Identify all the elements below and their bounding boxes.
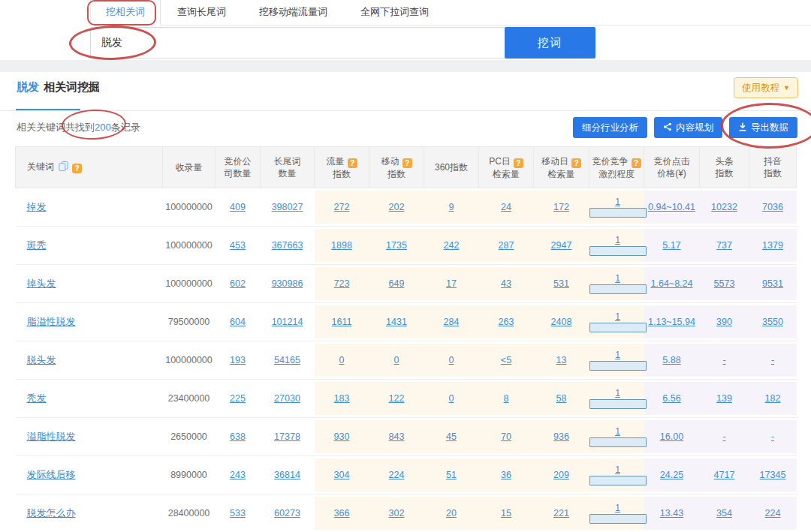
traffic-index-link[interactable]: 272 <box>334 202 350 212</box>
pc-daily-search-link[interactable]: 287 <box>499 240 514 251</box>
bid-click-price-link[interactable]: 5.88 <box>662 355 680 365</box>
content-planning-button[interactable]: 内容规划 <box>654 117 722 138</box>
bid-click-price-link[interactable]: 16.00 <box>660 431 683 442</box>
competition-value-link[interactable]: 1 <box>589 273 647 284</box>
tab-longtail-words[interactable]: 查询长尾词 <box>161 0 243 25</box>
longtail-count-link[interactable]: 60273 <box>274 508 300 518</box>
keyword-link[interactable]: 发际线后移 <box>27 469 76 480</box>
keyword-link[interactable]: 溢脂性脱发 <box>27 431 76 442</box>
keyword-link[interactable]: 脂溢性脱发 <box>27 316 76 327</box>
help-icon[interactable]: ? <box>72 164 82 173</box>
longtail-count-link[interactable]: 27030 <box>274 393 300 404</box>
bid-companies-link[interactable]: 243 <box>230 470 246 480</box>
toutiao-index-link[interactable]: 139 <box>716 393 732 404</box>
douyin-index-link[interactable]: - <box>771 355 774 365</box>
douyin-index-link[interactable]: 1379 <box>762 240 783 251</box>
bid-click-price-link[interactable]: 5.17 <box>662 240 680 251</box>
bid-click-price-link[interactable]: 24.25 <box>660 470 683 480</box>
export-data-button[interactable]: 导出数据 <box>729 117 797 138</box>
longtail-count-link[interactable]: 367663 <box>272 240 303 251</box>
mobile-daily-search-link[interactable]: 209 <box>553 470 569 480</box>
toutiao-index-link[interactable]: 4717 <box>714 470 735 480</box>
toutiao-index-link[interactable]: - <box>722 355 725 365</box>
keyword-link[interactable]: 秃发 <box>27 392 47 404</box>
360-index-link[interactable]: 17 <box>446 278 457 289</box>
mobile-daily-search-link[interactable]: 58 <box>556 393 567 404</box>
toutiao-index-link[interactable]: 10232 <box>711 202 737 212</box>
copy-icon[interactable] <box>58 161 69 175</box>
mobile-index-link[interactable]: 302 <box>389 508 405 518</box>
mobile-index-link[interactable]: 1735 <box>386 240 407 251</box>
help-icon[interactable]: ? <box>348 158 357 168</box>
mobile-daily-search-link[interactable]: 221 <box>553 508 569 518</box>
pc-daily-search-link[interactable]: 24 <box>501 202 511 212</box>
mobile-daily-search-link[interactable]: 936 <box>553 431 569 442</box>
360-index-link[interactable]: 51 <box>446 470 457 480</box>
help-icon[interactable]: ? <box>571 158 581 168</box>
douyin-index-link[interactable]: 224 <box>765 508 781 518</box>
toutiao-index-link[interactable]: - <box>722 431 725 442</box>
tab-related-words[interactable]: 挖相关词 <box>90 0 161 26</box>
keyword-link[interactable]: 掉发 <box>27 201 47 212</box>
longtail-count-link[interactable]: 101214 <box>272 317 303 327</box>
tab-dropdown-words[interactable]: 全网下拉词查询 <box>344 0 445 25</box>
360-index-link[interactable]: 9 <box>449 202 454 212</box>
longtail-count-link[interactable]: 54165 <box>274 355 300 365</box>
longtail-count-link[interactable]: 398027 <box>272 202 303 212</box>
mobile-index-link[interactable]: 202 <box>389 202 405 212</box>
help-icon[interactable]: ? <box>514 158 523 168</box>
pc-daily-search-link[interactable]: <5 <box>501 355 511 365</box>
360-index-link[interactable]: 0 <box>449 393 454 404</box>
tab-mobile-traffic-words[interactable]: 挖移动端流量词 <box>243 0 344 25</box>
keyword-link[interactable]: 斑秃 <box>27 239 47 251</box>
competition-value-link[interactable]: 1 <box>589 350 647 360</box>
bid-companies-link[interactable]: 604 <box>230 317 246 327</box>
mobile-index-link[interactable]: 0 <box>394 355 399 365</box>
mobile-daily-search-link[interactable]: 172 <box>553 202 569 212</box>
mobile-index-link[interactable]: 649 <box>389 278 405 289</box>
toutiao-index-link[interactable]: 354 <box>716 508 732 518</box>
360-index-link[interactable]: 242 <box>444 240 460 251</box>
mobile-daily-search-link[interactable]: 531 <box>553 278 569 289</box>
competition-value-link[interactable]: 1 <box>589 388 647 398</box>
keyword-link[interactable]: 脱发怎么办 <box>27 507 76 518</box>
traffic-index-link[interactable]: 304 <box>334 470 350 480</box>
douyin-index-link[interactable]: 7036 <box>762 202 783 212</box>
keyword-link[interactable]: 脱头发 <box>27 354 56 365</box>
longtail-count-link[interactable]: 930986 <box>272 278 303 289</box>
traffic-index-link[interactable]: 1898 <box>331 240 352 251</box>
pc-daily-search-link[interactable]: 70 <box>501 431 511 442</box>
douyin-index-link[interactable]: 17345 <box>760 470 786 480</box>
douyin-index-link[interactable]: 3550 <box>762 317 783 327</box>
keyword-search-input[interactable] <box>90 27 505 59</box>
bid-click-price-link[interactable]: 13.43 <box>660 508 683 518</box>
mobile-daily-search-link[interactable]: 13 <box>556 355 567 365</box>
pc-daily-search-link[interactable]: 43 <box>501 278 511 289</box>
bid-click-price-link[interactable]: 0.94~10.41 <box>648 202 695 212</box>
competition-value-link[interactable]: 1 <box>589 311 647 322</box>
douyin-index-link[interactable]: 182 <box>765 393 781 404</box>
bid-companies-link[interactable]: 533 <box>230 508 246 518</box>
traffic-index-link[interactable]: 0 <box>339 355 345 365</box>
competition-value-link[interactable]: 1 <box>589 235 647 245</box>
bid-companies-link[interactable]: 453 <box>230 240 246 251</box>
tutorial-button[interactable]: 使用教程 ▼ <box>734 77 798 98</box>
douyin-index-link[interactable]: - <box>771 431 774 442</box>
bid-companies-link[interactable]: 225 <box>230 393 246 404</box>
bid-companies-link[interactable]: 193 <box>230 355 246 365</box>
mobile-index-link[interactable]: 1431 <box>386 317 407 327</box>
bid-click-price-link[interactable]: 1.13~15.94 <box>648 317 695 327</box>
help-icon[interactable]: ? <box>402 158 412 168</box>
competition-value-link[interactable]: 1 <box>589 426 647 437</box>
competition-value-link[interactable]: 1 <box>589 503 647 513</box>
toutiao-index-link[interactable]: 737 <box>716 240 732 251</box>
toutiao-index-link[interactable]: 5573 <box>714 278 735 289</box>
360-index-link[interactable]: 0 <box>449 355 454 365</box>
traffic-index-link[interactable]: 183 <box>334 393 350 404</box>
pc-daily-search-link[interactable]: 8 <box>504 393 509 404</box>
dig-words-button[interactable]: 挖词 <box>505 27 595 59</box>
pc-daily-search-link[interactable]: 263 <box>499 317 514 327</box>
help-icon[interactable]: ? <box>632 158 641 168</box>
traffic-index-link[interactable]: 930 <box>334 431 350 442</box>
competition-value-link[interactable]: 1 <box>589 464 647 475</box>
